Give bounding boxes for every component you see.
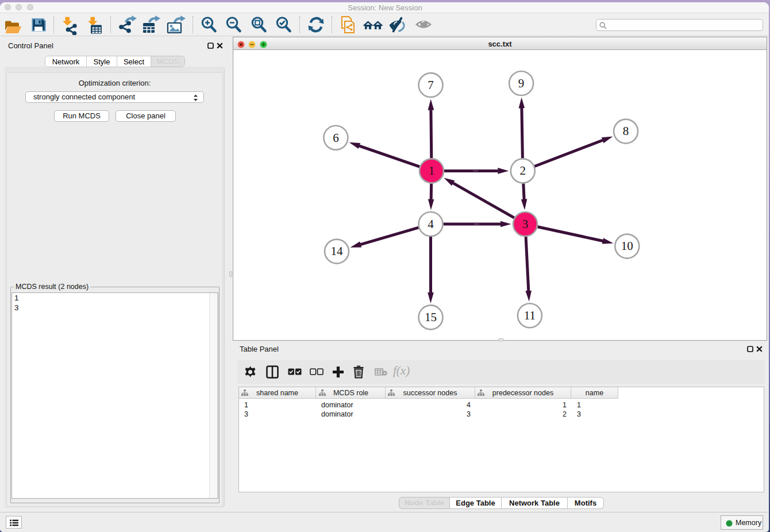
- svg-text:15: 15: [425, 310, 437, 324]
- svg-text:10: 10: [621, 239, 633, 253]
- svg-text:2: 2: [520, 164, 526, 178]
- svg-text:1: 1: [429, 164, 435, 178]
- svg-text:11: 11: [524, 309, 536, 322]
- svg-text:14: 14: [331, 244, 344, 258]
- svg-text:8: 8: [623, 124, 629, 138]
- svg-text:9: 9: [518, 76, 525, 90]
- svg-text:6: 6: [333, 131, 339, 145]
- svg-text:4: 4: [428, 217, 434, 231]
- svg-text:3: 3: [522, 217, 529, 231]
- svg-text:7: 7: [428, 78, 434, 92]
